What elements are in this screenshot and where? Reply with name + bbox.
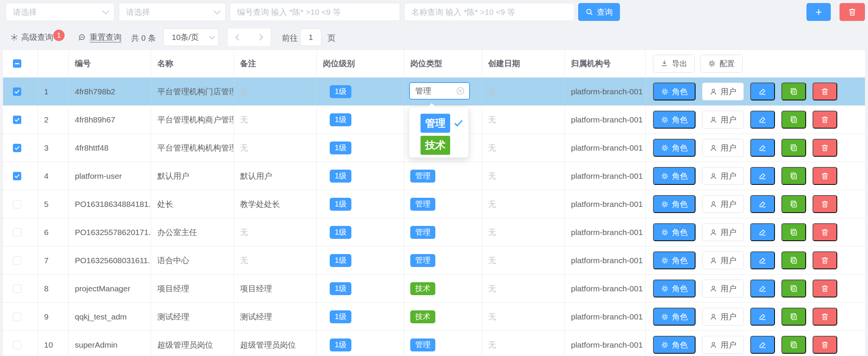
row-checkbox[interactable] — [13, 87, 21, 96]
copy-button[interactable] — [781, 139, 806, 157]
delete-button[interactable] — [813, 280, 837, 297]
delete-button[interactable] — [813, 167, 837, 185]
clear-icon[interactable] — [456, 86, 465, 95]
user-button[interactable]: 用户 — [702, 195, 744, 213]
table-row[interactable]: 7 PO16325608031611... 语合中心 无 1级 管理 无 pla… — [3, 246, 865, 275]
row-checkbox[interactable] — [13, 341, 21, 349]
delete-button[interactable] — [813, 308, 837, 326]
copy-button[interactable] — [781, 111, 806, 129]
user-button[interactable]: 用户 — [702, 139, 744, 157]
chevron-down-icon — [209, 33, 215, 39]
user-button[interactable]: 用户 — [702, 111, 744, 129]
user-button[interactable]: 用户 — [702, 83, 744, 100]
row-index: 1 — [38, 78, 69, 105]
gear-icon — [661, 257, 669, 264]
created-text: 无 — [488, 227, 496, 238]
role-button[interactable]: 角色 — [653, 83, 696, 100]
user-button[interactable]: 用户 — [702, 336, 744, 354]
reset-query-button[interactable]: 重置查询 — [78, 32, 122, 43]
role-button[interactable]: 角色 — [653, 280, 696, 297]
filter-select-2[interactable]: 请选择 — [119, 3, 226, 21]
row-checkbox[interactable] — [13, 313, 21, 321]
code-cell: PO16325608031611... — [69, 246, 151, 274]
remark-cell: 无 — [234, 106, 317, 134]
advanced-query-button[interactable]: 高级查询 — [11, 32, 53, 43]
copy-button[interactable] — [781, 167, 806, 185]
add-button[interactable]: + — [806, 3, 831, 21]
role-button[interactable]: 角色 — [653, 195, 696, 213]
row-checkbox[interactable] — [13, 228, 21, 237]
level-cell: 1级 — [317, 190, 404, 218]
user-button[interactable]: 用户 — [702, 308, 744, 326]
delete-button[interactable] — [813, 139, 837, 157]
query-button[interactable]: 查询 — [578, 3, 620, 21]
actions-cell: 角色 用户 — [646, 303, 865, 331]
user-button[interactable]: 用户 — [702, 251, 744, 269]
delete-button[interactable] — [813, 83, 837, 100]
export-button[interactable]: 导出 — [653, 55, 695, 73]
role-button[interactable]: 角色 — [653, 336, 696, 354]
delete-button[interactable] — [813, 195, 837, 213]
edit-button[interactable] — [750, 195, 775, 213]
table-row[interactable]: 4 platform-user 默认用户 默认用户 1级 管理 无 platfo… — [3, 162, 865, 190]
prev-page-button[interactable] — [236, 34, 242, 41]
user-button-label: 用户 — [721, 283, 737, 294]
copy-button[interactable] — [781, 308, 806, 326]
row-checkbox[interactable] — [13, 284, 21, 293]
copy-button[interactable] — [781, 83, 806, 100]
delete-button[interactable] — [813, 223, 837, 241]
role-button[interactable]: 角色 — [653, 167, 696, 185]
row-checkbox[interactable] — [13, 116, 21, 124]
copy-button[interactable] — [781, 251, 806, 269]
user-button[interactable]: 用户 — [702, 223, 744, 241]
table-row[interactable]: 9 qqkj_test_adm 测试经理 测试经理 1级 技术 无 platfo… — [3, 303, 865, 331]
type-select-input[interactable]: 管理 — [409, 82, 470, 100]
copy-button[interactable] — [781, 223, 806, 241]
name-search-input[interactable] — [411, 8, 567, 17]
copy-button[interactable] — [781, 195, 806, 213]
role-button-label: 角色 — [672, 199, 688, 210]
level-cell: 1级 — [317, 246, 404, 274]
delete-button[interactable] — [813, 336, 837, 354]
next-page-button[interactable] — [257, 34, 263, 41]
copy-button[interactable] — [781, 336, 806, 354]
pencil-icon — [759, 144, 767, 152]
dropdown-option-tech[interactable]: 技术 — [409, 135, 468, 156]
dropdown-option-manage[interactable]: 管理 — [409, 113, 468, 134]
edit-button[interactable] — [750, 251, 775, 269]
user-button[interactable]: 用户 — [702, 280, 744, 297]
row-checkbox[interactable] — [13, 144, 21, 152]
edit-button[interactable] — [750, 167, 775, 185]
goto-page-input[interactable] — [300, 29, 321, 46]
page-size-select[interactable]: 10条/页 — [163, 29, 219, 46]
edit-button[interactable] — [750, 223, 775, 241]
edit-button[interactable] — [750, 111, 775, 129]
edit-button[interactable] — [750, 139, 775, 157]
role-button[interactable]: 角色 — [653, 111, 696, 129]
filter-select-1[interactable]: 请选择 — [6, 3, 114, 21]
role-button[interactable]: 角色 — [653, 251, 696, 269]
edit-button[interactable] — [750, 280, 775, 297]
config-button[interactable]: 配置 — [700, 55, 743, 73]
edit-button[interactable] — [750, 336, 775, 354]
code-search-input[interactable] — [237, 8, 393, 17]
row-checkbox[interactable] — [13, 172, 21, 180]
delete-button[interactable] — [813, 111, 837, 129]
copy-button[interactable] — [781, 280, 806, 297]
role-button[interactable]: 角色 — [653, 308, 696, 326]
table-row[interactable]: 5 PO16318634884181... 处长 教学处处长 1级 管理 无 p… — [3, 190, 865, 218]
row-checkbox[interactable] — [13, 200, 21, 208]
edit-button[interactable] — [750, 308, 775, 326]
delete-selected-button[interactable] — [840, 3, 865, 21]
delete-button[interactable] — [813, 251, 837, 269]
table-row[interactable]: 8 projectManager 项目经理 项目经理 1级 技术 无 platf… — [3, 275, 865, 303]
role-button[interactable]: 角色 — [653, 139, 696, 157]
role-button[interactable]: 角色 — [653, 223, 696, 241]
edit-button[interactable] — [750, 83, 775, 100]
table-row[interactable]: 6 PO16325578620171... 办公室主任 无 1级 管理 无 pl… — [3, 218, 865, 246]
row-checkbox[interactable] — [13, 256, 21, 265]
user-button[interactable]: 用户 — [702, 167, 744, 185]
select-all-checkbox[interactable] — [13, 59, 21, 68]
table-row[interactable]: 10 superAdmin 超级管理员岗位 超级管理员岗位 1级 管理 无 pl… — [3, 331, 865, 356]
remark-cell: 无 — [234, 246, 317, 274]
